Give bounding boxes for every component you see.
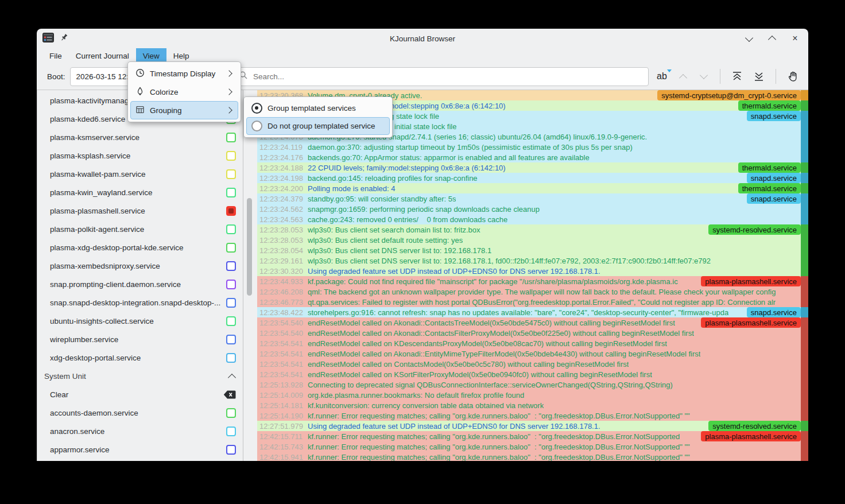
close-button[interactable]: × <box>791 34 799 42</box>
sidebar-item-plasma-xembedsniproxy-service[interactable]: plasma-xembedsniproxy.service <box>37 257 243 275</box>
priority-indicator <box>801 369 808 379</box>
sidebar-item-accounts-daemon-service[interactable]: accounts-daemon.service <box>37 404 243 422</box>
collapse-chevron-icon[interactable] <box>228 373 236 381</box>
search-field[interactable] <box>233 67 649 86</box>
sidebar-item-snap-prompting-client-daemon-service[interactable]: snap.prompting-client.daemon.service <box>37 275 243 293</box>
search-input[interactable] <box>252 72 642 82</box>
sidebar-scrollbar[interactable] <box>243 90 257 461</box>
unit-checkbox[interactable] <box>226 188 236 197</box>
sidebar-item-cropped[interactable] <box>37 459 243 461</box>
unit-checkbox[interactable] <box>226 353 236 363</box>
log-row[interactable]: 12:25:14.009org.kde.plasma.runner.bookma… <box>257 390 808 400</box>
log-timestamp: 12:23:48.422 <box>257 308 305 317</box>
unit-checkbox[interactable] <box>226 298 236 308</box>
scrollbar-thumb[interactable] <box>247 198 252 296</box>
log-row[interactable]: 12:27:51.979Using degraded feature set U… <box>257 421 808 431</box>
log-row[interactable]: 12:25:14.190kf.runner: Error requesting … <box>257 410 808 421</box>
log-timestamp: 12:23:24.119 <box>257 143 305 152</box>
log-row[interactable]: 12:23:54.541endResetModel called on KSor… <box>257 369 808 379</box>
log-row[interactable]: 12:23:28.053wlp3s0: Bus client set searc… <box>257 224 808 235</box>
pin-icon[interactable] <box>60 33 68 44</box>
log-row[interactable]: 12:42:15.743kf.runner: Error requesting … <box>257 441 808 452</box>
unit-checkbox[interactable] <box>226 408 236 418</box>
sidebar-item-plasma-xdg-desktop-portal-kde-service[interactable]: plasma-xdg-desktop-portal-kde.service <box>37 238 243 257</box>
menu-item-timestamp-display[interactable]: Timestamp Display <box>130 64 238 83</box>
log-row[interactable]: 12:23:24.200Polling mode is enabled: 4th… <box>257 183 808 193</box>
backspace-clear-icon[interactable] <box>223 390 236 399</box>
log-row[interactable]: 12:23:30.320Using degraded feature set U… <box>257 266 808 276</box>
maximize-button[interactable] <box>768 34 776 42</box>
log-row[interactable]: 12:23:24.563cache.go:243: removed 0 entr… <box>257 214 808 224</box>
sidebar-item-ubuntu-insights-collect-service[interactable]: ubuntu-insights-collect.service <box>37 312 243 330</box>
menu-item-do-not-group-templated-service[interactable]: Do not group templated service <box>246 117 390 135</box>
radio-selected[interactable] <box>251 103 262 114</box>
find-previous-button[interactable] <box>675 68 691 85</box>
menu-item-group-templated-services[interactable]: Group templated services <box>246 99 390 117</box>
sidebar-item-plasma-kwin-wayland-service[interactable]: plasma-kwin_wayland.service <box>37 183 243 201</box>
sidebar-section-system-unit[interactable]: System Unit <box>37 367 243 385</box>
log-row[interactable]: 12:23:46.773qt.qpa.services: Failed to r… <box>257 297 808 307</box>
sidebar-item-plasma-kwallet-pam-service[interactable]: plasma-kwallet-pam.service <box>37 165 243 183</box>
match-case-button[interactable]: ab <box>653 68 670 85</box>
unit-checkbox[interactable] <box>226 224 236 234</box>
log-row[interactable]: 12:23:28.054wlp3s0: Bus client set DNS s… <box>257 245 808 255</box>
log-row[interactable]: 12:25:13.928Connecting to deprecated sig… <box>257 379 808 390</box>
log-row[interactable]: 12:23:48.422storehelpers.go:916: cannot … <box>257 307 808 317</box>
log-message: standby.go:95: will consider standby aft… <box>308 195 456 203</box>
log-row[interactable]: 12:23:44.933kf.package: Could not find r… <box>257 276 808 286</box>
log-row[interactable]: 12:23:24.119daemon.go:370: adjusting sta… <box>257 142 808 152</box>
unit-checkbox[interactable] <box>226 151 236 161</box>
sidebar-item-plasma-polkit-agent-service[interactable]: plasma-polkit-agent.service <box>37 220 243 238</box>
log-row[interactable]: 12:23:24.198backend.go:145: reloading pr… <box>257 173 808 183</box>
log-row[interactable]: 12:23:54.541endResetModel called on Cont… <box>257 359 808 369</box>
log-row[interactable]: 12:25:14.181kf.kunitconversion: currency… <box>257 400 808 410</box>
log-row[interactable]: 12:23:29.161wlp3s0: Bus client set DNS s… <box>257 255 808 266</box>
menu-item-grouping[interactable]: Grouping <box>130 101 238 119</box>
log-message: 22 CPUID levels; family:model:stepping 0… <box>308 164 506 172</box>
log-message: Using degraded feature set UDP instead o… <box>308 267 600 276</box>
unit-checkbox[interactable] <box>226 243 236 253</box>
sidebar-item-wireplumber-service[interactable]: wireplumber.service <box>37 330 243 348</box>
unit-checkbox[interactable] <box>226 261 236 271</box>
menubar-item-file[interactable]: File <box>42 48 69 63</box>
log-row[interactable]: 12:23:28.053wlp3s0: Bus client set defau… <box>257 235 808 245</box>
log-row[interactable]: 12:23:46.208qml: The backend got an unkn… <box>257 286 808 297</box>
menubar-item-current-journal[interactable]: Current Journal <box>69 48 136 63</box>
unit-checkbox[interactable] <box>226 280 236 289</box>
unit-checkbox[interactable] <box>226 169 236 179</box>
log-row[interactable]: 12:23:24.562snapmgr.go:1659: performing … <box>257 204 808 214</box>
log-row[interactable]: 12:42:15.941kf.runner: Error requesting … <box>257 452 808 461</box>
unit-checkbox[interactable] <box>226 316 236 326</box>
log-row[interactable]: 12:23:54.540endResetModel called on Akon… <box>257 328 808 338</box>
menu-item-colorize[interactable]: Colorize <box>130 83 238 101</box>
unit-badge: plasma-plasmashell.service <box>701 317 801 328</box>
browse-mode-hand-button[interactable] <box>784 68 801 85</box>
log-message: endResetModel called on KSortFilterProxy… <box>308 370 652 379</box>
log-row[interactable]: 12:23:24.379standby.go:95: will consider… <box>257 193 808 204</box>
log-row[interactable]: 12:23:54.541endResetModel called on KDes… <box>257 338 808 348</box>
sidebar-item-plasma-plasmashell-service[interactable]: plasma-plasmashell.service <box>37 201 243 220</box>
scroll-to-bottom-button[interactable] <box>750 68 768 85</box>
log-row[interactable]: 12:42:15.711kf.runner: Error requesting … <box>257 431 808 441</box>
sidebar-item-xdg-desktop-portal-service[interactable]: xdg-desktop-portal.service <box>37 348 243 367</box>
sidebar-item-plasma-ksmserver-service[interactable]: plasma-ksmserver.service <box>37 128 243 146</box>
find-next-button[interactable] <box>696 68 712 85</box>
sidebar-clear-filter[interactable]: Clear <box>37 385 243 404</box>
minimize-button[interactable] <box>745 34 753 42</box>
unit-checkbox[interactable] <box>226 206 236 216</box>
log-row[interactable]: 12:23:24.176backends.go:70: AppArmor sta… <box>257 152 808 162</box>
radio-unselected[interactable] <box>251 121 262 131</box>
unit-checkbox[interactable] <box>226 427 236 436</box>
sidebar-item-anacron-service[interactable]: anacron.service <box>37 422 243 440</box>
log-row[interactable]: 12:23:54.540endResetModel called on Akon… <box>257 317 808 328</box>
log-row[interactable]: 12:23:54.541endResetModel called on Akon… <box>257 348 808 359</box>
unit-checkbox[interactable] <box>226 133 236 142</box>
sidebar-item-plasma-ksplash-service[interactable]: plasma-ksplash.service <box>37 146 243 165</box>
sidebar-item-snap-snapd-desktop-integration-snapd-desktop-[interactable]: snap.snapd-desktop-integration.snapd-des… <box>37 293 243 312</box>
log-row[interactable]: 12:23:24.18822 CPUID levels; family:mode… <box>257 162 808 173</box>
scroll-to-top-button[interactable] <box>728 68 746 85</box>
unit-checkbox[interactable] <box>226 445 236 455</box>
unit-checkbox[interactable] <box>226 335 236 344</box>
journal-log-view: 12:23:20.368Volume dm_crypt-0 already ac… <box>257 90 808 461</box>
sidebar-item-apparmor-service[interactable]: apparmor.service <box>37 440 243 459</box>
